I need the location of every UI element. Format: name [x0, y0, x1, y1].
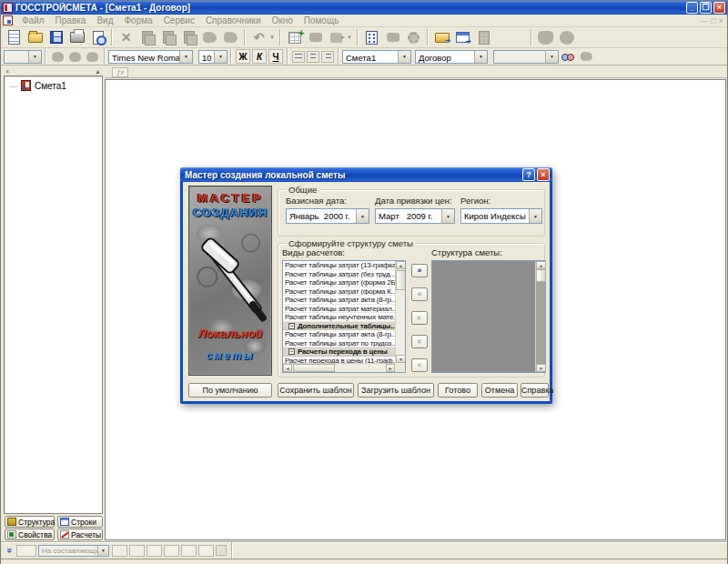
settings-button[interactable]	[404, 28, 423, 47]
export-dropdown-icon[interactable]: ▼	[347, 35, 354, 40]
comment-button[interactable]	[306, 28, 325, 47]
region-combobox[interactable]: Киров Индексы	[460, 208, 542, 224]
sheet-combobox[interactable]: Смета1	[342, 50, 411, 64]
vertical-scrollbar[interactable]: ▲ ▼	[395, 261, 405, 363]
dropdown-arrow-icon[interactable]	[179, 51, 192, 63]
list-item[interactable]: −Дополнительные таблицы...	[283, 322, 395, 331]
load-template-button[interactable]: Загрузить шаблон	[358, 383, 434, 398]
font-size-combobox[interactable]: 10	[198, 50, 228, 64]
dropdown-arrow-icon[interactable]	[529, 209, 541, 223]
bottom-field-4[interactable]	[147, 545, 162, 557]
dropdown-arrow-icon[interactable]	[97, 546, 108, 556]
export-button[interactable]	[327, 28, 346, 47]
list-item[interactable]: Расчет таблицы затрат (без труд...	[283, 270, 395, 279]
paste-special-button[interactable]	[179, 28, 198, 47]
grid-view-button[interactable]	[362, 28, 381, 47]
stamp-down-button[interactable]	[200, 28, 219, 47]
bold-button[interactable]: Ж	[236, 49, 250, 64]
underline-button[interactable]: Ч	[268, 49, 283, 64]
menu-item[interactable]: Окно	[266, 15, 298, 26]
list-item[interactable]: Расчет таблицы затрат по трудоз...	[283, 339, 395, 348]
tree-item-smeta[interactable]: — Смета1	[5, 76, 102, 91]
stamp-up-button[interactable]	[221, 28, 240, 47]
expand-down-icon[interactable]: »	[5, 544, 15, 557]
scroll-right-icon[interactable]: ►	[386, 364, 395, 372]
finish-button[interactable]: Готово	[438, 383, 478, 398]
dialog-close-button[interactable]: ×	[537, 168, 550, 181]
dropdown-arrow-icon[interactable]	[474, 51, 487, 63]
bottom-field-7[interactable]	[198, 545, 214, 557]
collapse-icon[interactable]: −	[288, 323, 295, 329]
mdi-restore-icon[interactable]: □	[711, 16, 715, 25]
delete-button[interactable]: ✕	[116, 28, 136, 47]
restore-button[interactable]: ❐	[700, 2, 712, 14]
help-button[interactable]: Справка	[521, 383, 549, 398]
print-button[interactable]	[67, 28, 86, 47]
structure-listbox[interactable]: ▲ ▼	[431, 260, 546, 373]
mdi-close-icon[interactable]: ×	[719, 16, 723, 25]
bottom-field-3[interactable]	[129, 545, 145, 557]
menu-item[interactable]: Сервис	[158, 15, 200, 26]
scroll-left-icon[interactable]: ◄	[283, 364, 292, 372]
panel-collapse-icon[interactable]: ▲	[95, 68, 101, 75]
split-combobox[interactable]: На составляющие	[38, 545, 109, 557]
spectacles-button[interactable]	[560, 47, 576, 66]
menu-item[interactable]: Файл	[16, 15, 50, 26]
scroll-down-icon[interactable]: ▼	[536, 364, 546, 372]
scroll-thumb[interactable]	[396, 270, 406, 290]
vertical-scrollbar[interactable]: ▲ ▼	[535, 261, 545, 372]
dropdown-arrow-icon[interactable]	[545, 51, 558, 63]
document-combobox[interactable]: Договор	[415, 50, 488, 64]
minimize-button[interactable]: _	[686, 2, 698, 14]
extra-combobox[interactable]	[493, 50, 559, 64]
panel-close-icon[interactable]: ×	[5, 68, 9, 75]
price-date-combobox[interactable]: Март 2009 г.	[375, 208, 455, 224]
list-item[interactable]: Расчет таблицы затрат (13-графка)	[283, 261, 395, 270]
new-document-button[interactable]	[5, 28, 24, 47]
menu-item[interactable]: Справочники	[200, 15, 267, 26]
dropdown-arrow-icon[interactable]	[28, 51, 41, 63]
nav-c-button[interactable]	[85, 47, 100, 66]
extra-tool-a-button[interactable]	[536, 28, 555, 47]
align-right-icon[interactable]	[321, 51, 334, 63]
list-item[interactable]: Расчет таблицы затрат материал...	[283, 305, 395, 314]
align-center-icon[interactable]	[307, 51, 319, 63]
bottom-field-6[interactable]	[181, 545, 197, 557]
calculator-button[interactable]	[474, 28, 493, 47]
nav-b-button[interactable]	[67, 47, 83, 66]
tab-properties[interactable]: Свойства	[5, 529, 55, 540]
insert-table-button[interactable]	[285, 28, 304, 47]
save-template-button[interactable]: Сохранить шаблон	[278, 383, 354, 398]
collapse-icon[interactable]: −	[288, 348, 295, 355]
tab-structure[interactable]: Структура	[5, 516, 55, 528]
list-item[interactable]: Расчет таблицы затрат акта (8-гр...	[283, 330, 395, 339]
remove-all-button[interactable]: «	[411, 358, 428, 372]
default-button[interactable]: По умолчанию	[188, 383, 272, 398]
hands-button[interactable]	[578, 47, 594, 66]
menu-item[interactable]: Помощь	[298, 15, 345, 26]
scroll-up-icon[interactable]: ▲	[396, 261, 406, 269]
font-combobox[interactable]: Times New Roman	[108, 50, 193, 64]
dropdown-arrow-icon[interactable]	[398, 51, 410, 63]
menu-item[interactable]: Форма	[118, 15, 157, 26]
add-button[interactable]: »	[411, 264, 428, 277]
folder-export-button[interactable]	[432, 28, 451, 47]
undo-button[interactable]: ↶	[249, 28, 268, 47]
menu-item[interactable]: Вид	[91, 15, 118, 26]
move-up-button[interactable]: »	[411, 311, 428, 325]
horizontal-scrollbar[interactable]: ◄ ►	[283, 363, 395, 372]
close-button[interactable]: ×	[713, 2, 725, 14]
list-item[interactable]: Расчет таблицы затрат (форма 2Б)	[283, 278, 395, 287]
tab-rows[interactable]: Строки	[57, 516, 103, 528]
remove-button[interactable]: «	[411, 287, 428, 301]
list-item[interactable]: Расчет таблицы затрат (форма К...	[283, 287, 395, 297]
window-export-button[interactable]	[453, 28, 472, 47]
base-date-combobox[interactable]: Январь 2000 г.	[286, 208, 369, 224]
dropdown-arrow-icon[interactable]	[441, 209, 454, 223]
bottom-small-button[interactable]	[216, 545, 227, 556]
undo-dropdown-icon[interactable]: ▼	[269, 35, 277, 40]
scroll-down-icon[interactable]: ▼	[396, 355, 406, 363]
scroll-thumb[interactable]	[293, 364, 335, 372]
list-item[interactable]: Расчет перехода в цены (11-граф...	[283, 357, 395, 364]
save-button[interactable]	[46, 28, 66, 47]
